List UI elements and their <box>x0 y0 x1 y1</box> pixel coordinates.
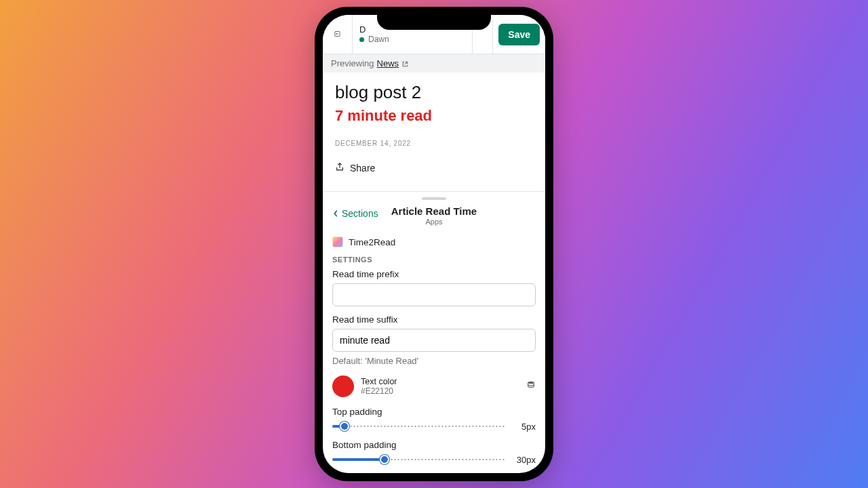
theme-name: Dawn <box>368 35 389 44</box>
status-dot-icon <box>359 37 364 42</box>
app-icon <box>332 237 343 247</box>
screen: D Dawn Save Previewing News <box>323 15 545 473</box>
app-name: Time2Read <box>349 237 395 247</box>
field-suffix: Read time suffix Default: 'Minute Read' <box>323 314 545 374</box>
top-padding-slider[interactable] <box>332 421 506 432</box>
read-time-text: 7 minute read <box>335 107 533 125</box>
share-button[interactable]: Share <box>335 162 533 183</box>
drag-handle[interactable] <box>422 197 446 200</box>
prefix-input[interactable] <box>332 283 536 306</box>
share-icon <box>335 162 344 174</box>
article-preview: blog post 2 7 minute read DECEMBER 14, 2… <box>323 73 545 191</box>
top-padding-label: Top padding <box>332 407 536 417</box>
bottom-padding-label: Bottom padding <box>332 440 536 450</box>
sections-back-label: Sections <box>342 208 378 219</box>
preview-prefix: Previewing <box>331 58 374 68</box>
top-padding-value: 5px <box>513 422 536 432</box>
svg-point-1 <box>528 382 534 384</box>
save-button[interactable]: Save <box>498 24 540 45</box>
prefix-label: Read time prefix <box>332 269 536 279</box>
preview-template-link[interactable]: News <box>377 58 399 68</box>
suffix-label: Read time suffix <box>332 314 536 325</box>
phone-frame: D Dawn Save Previewing News <box>315 7 553 481</box>
bottom-padding-value: 30px <box>513 455 536 465</box>
field-bottom-padding: Bottom padding 30px <box>323 440 545 473</box>
bottom-padding-slider[interactable] <box>332 454 506 465</box>
sections-back-button[interactable]: Sections <box>332 208 378 219</box>
text-color-label: Text color <box>361 377 519 386</box>
settings-heading: SETTINGS <box>323 253 545 269</box>
suffix-helper: Default: 'Minute Read' <box>332 356 536 366</box>
app-row[interactable]: Time2Read <box>323 232 545 253</box>
color-swatch[interactable] <box>332 375 354 397</box>
suffix-input[interactable] <box>332 329 536 352</box>
dynamic-source-icon[interactable] <box>526 380 536 392</box>
external-link-icon <box>401 60 409 67</box>
exit-editor-button[interactable] <box>323 15 353 54</box>
exit-icon <box>334 28 342 41</box>
field-top-padding: Top padding 5px <box>323 407 545 440</box>
preview-strip: Previewing News <box>323 54 545 73</box>
post-title: blog post 2 <box>335 82 533 103</box>
field-prefix: Read time prefix <box>323 269 545 314</box>
phone-notch <box>377 7 491 30</box>
settings-panel: Sections Article Read Time Apps Time2Rea… <box>323 192 545 473</box>
share-label: Share <box>350 163 375 174</box>
text-color-row[interactable]: Text color #E22120 <box>323 374 545 407</box>
post-date: DECEMBER 14, 2022 <box>335 140 533 147</box>
gradient-background: D Dawn Save Previewing News <box>0 0 868 488</box>
text-color-value: #E22120 <box>361 386 519 396</box>
